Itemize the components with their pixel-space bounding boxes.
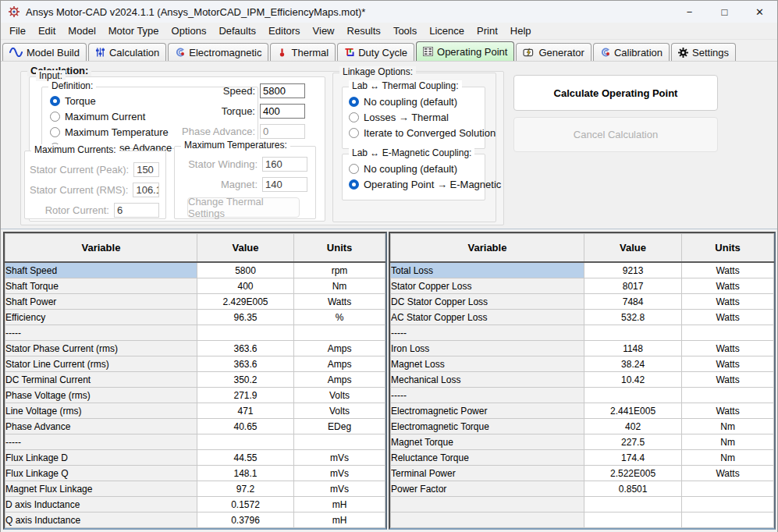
table-row[interactable]: ----- <box>5 325 385 341</box>
cell-value: 1148 <box>584 341 681 356</box>
input-rotor-current[interactable]: 6 <box>114 203 159 218</box>
tab-duty-cycle[interactable]: Duty Cycle <box>337 43 414 61</box>
menu-item-edit[interactable]: Edit <box>32 23 62 38</box>
table-row[interactable]: Shaft Power2.429E005Watts <box>5 294 385 310</box>
tab-electromagnetic[interactable]: Electromagnetic <box>168 43 268 61</box>
menu-item-tools[interactable]: Tools <box>387 23 423 38</box>
input-magnet[interactable]: 140 <box>262 177 307 192</box>
table-row[interactable]: Stator Phase Current (rms)363.6Amps <box>5 341 385 356</box>
cell-value: 400 <box>197 278 293 294</box>
input-torque[interactable]: 400 <box>260 104 305 119</box>
radio-operating-point-e-magnetic[interactable]: Operating Point → E-Magnetic <box>349 178 485 191</box>
menu-item-editors[interactable]: Editors <box>262 23 306 38</box>
table-row[interactable]: Q axis Inductance0.3796mH <box>5 512 385 528</box>
table-row[interactable]: Electromagnetic Torque402Nm <box>391 419 774 434</box>
thermal-coupling-group-label: Lab ↔ Thermal Coupling: <box>349 80 462 91</box>
cell-units: Watts <box>682 278 774 294</box>
table-row[interactable]: ----- <box>5 434 385 450</box>
menu-item-view[interactable]: View <box>307 23 341 38</box>
table-row[interactable]: Mechanical Loss10.42Watts <box>391 372 774 388</box>
menu-item-help[interactable]: Help <box>504 23 538 38</box>
tab-model-build[interactable]: Model Build <box>2 43 87 61</box>
table-row[interactable] <box>391 497 774 512</box>
radio-icon <box>349 112 359 122</box>
cell-units <box>682 481 774 497</box>
tab-settings[interactable]: Settings <box>671 43 736 61</box>
table-row[interactable]: Flux Linkage D44.55mVs <box>5 450 385 466</box>
menu-item-motor-type[interactable]: Motor Type <box>102 23 165 38</box>
maximize-icon[interactable]: □ <box>707 1 742 23</box>
table-row[interactable]: ----- <box>391 388 774 403</box>
radio-no-coupling-default[interactable]: No coupling (default) <box>349 95 485 108</box>
cell-units: Volts <box>294 403 385 419</box>
cell-units: Amps <box>294 341 385 356</box>
table-row[interactable]: Shaft Speed5800rpm <box>5 262 385 278</box>
tab-calculation[interactable]: Calculation <box>88 43 166 61</box>
radio-iterate-to-converged-solution[interactable]: Iterate to Converged Solution <box>349 126 485 140</box>
input-speed[interactable]: 5800 <box>260 83 305 98</box>
table-row[interactable]: D axis Inductance0.1572mH <box>5 497 385 512</box>
table-row[interactable]: Magnet Torque227.5Nm <box>391 434 774 450</box>
tab-operating-point[interactable]: Operating Point <box>416 41 514 61</box>
table-row[interactable]: Total Loss9213Watts <box>391 262 774 278</box>
cell-variable: Total Loss <box>391 262 584 278</box>
table-row[interactable]: Line Voltage (rms)471Volts <box>5 403 385 419</box>
table-row[interactable]: Phase Voltage (rms)271.9Volts <box>5 388 385 403</box>
table-row[interactable]: Shaft Torque400Nm <box>5 278 385 294</box>
table-row[interactable]: Phase Advance40.65EDeg <box>5 419 385 434</box>
menu-item-options[interactable]: Options <box>165 23 213 38</box>
cancel-calculation-button[interactable]: Cancel Calculation <box>513 117 718 152</box>
radio-no-coupling-default[interactable]: No coupling (default) <box>349 162 485 176</box>
table-row[interactable]: Iron Loss1148Watts <box>391 341 774 356</box>
table-row[interactable]: Flux Linkage Q148.1mVs <box>5 466 385 481</box>
input-stator-current-peak[interactable]: 150 <box>133 162 159 177</box>
menu-item-print[interactable]: Print <box>471 23 504 38</box>
cell-value: 10.42 <box>584 372 681 388</box>
cell-units: Watts <box>682 341 774 356</box>
table-row[interactable] <box>391 512 774 528</box>
table-row[interactable]: ----- <box>391 325 774 341</box>
change-thermal-settings-button[interactable]: Change Thermal Settings <box>187 197 300 218</box>
minimize-icon[interactable]: − <box>672 1 707 23</box>
table-row[interactable]: Terminal Power2.522E005Watts <box>391 466 774 481</box>
menu-item-licence[interactable]: Licence <box>423 23 471 38</box>
table-row[interactable]: Magnet Flux Linkage97.2mVs <box>5 481 385 497</box>
menu-item-defaults[interactable]: Defaults <box>212 23 262 38</box>
cell-variable: Power Factor <box>391 481 584 497</box>
calculate-operating-point-button[interactable]: Calculate Operating Point <box>513 75 718 111</box>
thermometer-icon <box>277 48 287 57</box>
cell-value <box>197 325 293 341</box>
input-stator-current-rms[interactable]: 106.1 <box>133 183 159 197</box>
table-row[interactable]: Stator Copper Loss8017Watts <box>391 278 774 294</box>
table-row[interactable]: Electromagnetic Power2.441E005Watts <box>391 403 774 419</box>
grid-list-icon <box>423 47 433 56</box>
radio-losses-thermal[interactable]: Losses → Thermal <box>349 111 485 124</box>
table-row[interactable]: Reluctance Torque174.4Nm <box>391 450 774 466</box>
table-row[interactable]: Stator Line Current (rms)363.6Amps <box>5 356 385 372</box>
table-row[interactable]: DC Stator Copper Loss7484Watts <box>391 294 774 310</box>
duty-cycle-icon <box>344 48 354 57</box>
table-row[interactable]: Efficiency96.35% <box>5 310 385 325</box>
menu-item-results[interactable]: Results <box>341 23 387 38</box>
tab-thermal[interactable]: Thermal <box>270 43 336 61</box>
table-row[interactable]: DC Terminal Current350.2Amps <box>5 372 385 388</box>
cell-units: Watts <box>294 294 385 310</box>
input-phase-advance[interactable]: 0 <box>260 124 305 139</box>
tab-calibration[interactable]: Calibration <box>593 43 670 61</box>
gear-icon <box>678 48 688 58</box>
table-row[interactable]: Power Factor0.8501 <box>391 481 774 497</box>
tab-generator[interactable]: Generator <box>516 43 591 61</box>
sine-wave-icon <box>9 48 23 57</box>
table-row[interactable]: AC Stator Copper Loss532.8Watts <box>391 310 774 325</box>
close-icon[interactable]: ✕ <box>742 1 777 23</box>
menu-item-file[interactable]: File <box>3 23 32 38</box>
menu-item-model[interactable]: Model <box>62 23 101 38</box>
cell-value: 96.35 <box>197 310 293 325</box>
input-stator-winding[interactable]: 160 <box>262 157 307 172</box>
cell-value: 0.1572 <box>197 497 293 512</box>
emagnetic-coupling-groupbox: Lab ↔ E-Magnetic Coupling: No coupling (… <box>342 154 485 200</box>
table-row[interactable]: Magnet Loss38.24Watts <box>391 356 774 372</box>
column-header-units: Units <box>294 234 385 263</box>
cell-value: 9213 <box>584 262 681 278</box>
cell-value: 8017 <box>584 278 681 294</box>
